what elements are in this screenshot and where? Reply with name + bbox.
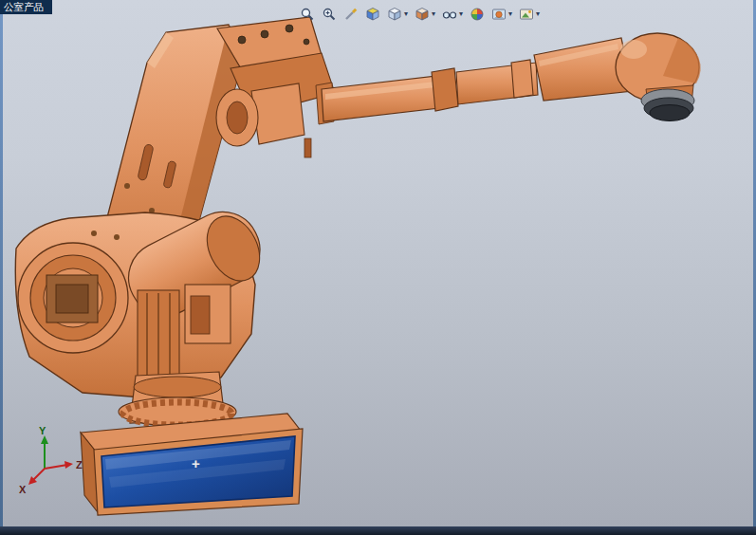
hide-show-items-icon [442,7,457,22]
triad-x-label: X [19,484,27,495]
view-orientation-icon [387,7,402,22]
previous-view-button[interactable] [341,4,361,25]
window-border-bottom [0,526,756,535]
window-tab[interactable]: 公室产品 [0,0,52,14]
robot-shoulder-body[interactable] [15,199,272,398]
triad-y-arrow [41,435,48,444]
display-style-button[interactable]: ▾ [412,4,438,25]
robot-wrist[interactable] [616,33,701,121]
previous-view-icon [343,7,359,22]
apply-scene-button[interactable]: ▾ [489,4,515,25]
robot-pedestal[interactable] [119,372,236,426]
app-window: ▾ ▾ ▾ [0,0,756,535]
triad-y-label: Y [39,425,46,436]
view-orientation-button[interactable]: ▾ [384,4,411,25]
tab-label: 公室产品 [4,1,44,12]
triad-z-label: Z [76,459,83,470]
view-settings-icon [519,7,534,22]
viewport-3d[interactable]: ▾ ▾ ▾ [3,0,753,526]
robot-arm-model[interactable] [3,0,753,526]
edit-appearance-button[interactable] [467,4,488,25]
view-settings-button[interactable]: ▾ [516,4,543,25]
section-view-icon [365,7,380,22]
apply-scene-dropdown-icon[interactable]: ▾ [507,10,512,18]
zoom-to-fit-icon [300,7,315,22]
zoom-to-area-icon [322,7,337,22]
display-style-dropdown-icon[interactable]: ▾ [431,10,435,18]
hide-show-items-button[interactable]: ▾ [439,4,466,25]
robot-upper-arm[interactable] [322,38,633,121]
zoom-to-area-button[interactable] [319,4,340,25]
edit-appearance-icon [470,7,485,22]
triad-z-arrow [65,461,73,469]
apply-scene-icon [491,7,507,22]
view-orientation-dropdown-icon[interactable]: ▾ [403,10,408,18]
section-view-button[interactable] [362,4,383,25]
heads-up-toolbar: ▾ ▾ ▾ [297,4,543,25]
origin-marker: + [192,455,200,471]
display-style-icon [415,7,430,22]
window-border-left [0,0,3,526]
zoom-to-fit-button[interactable] [297,4,318,25]
view-settings-dropdown-icon[interactable]: ▾ [535,10,540,18]
orientation-triad: Y Z X [16,425,90,501]
hide-show-items-dropdown-icon[interactable]: ▾ [458,10,463,18]
